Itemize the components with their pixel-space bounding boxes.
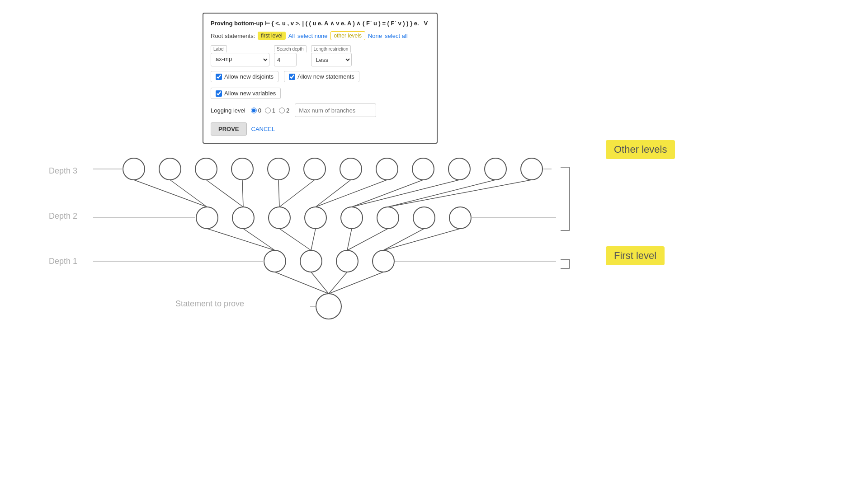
svg-line-21 [347,229,352,250]
search-depth-input[interactable] [274,53,297,66]
length-restriction-label: Length restriction [311,45,351,52]
label-field: Label ax-mp [211,45,269,66]
svg-point-29 [268,158,289,180]
bottom-row: Logging level 0 1 2 [211,103,429,117]
allow-new-variables-checkbox[interactable]: Allow new variables [211,88,281,99]
svg-line-22 [347,229,388,250]
svg-line-44 [316,180,387,207]
svg-line-17 [207,229,275,250]
svg-point-1 [264,250,286,272]
svg-point-30 [304,158,326,180]
svg-point-10 [232,207,254,229]
svg-point-36 [521,158,542,180]
svg-point-26 [159,158,181,180]
svg-point-2 [300,250,322,272]
svg-point-4 [373,250,394,272]
search-depth-label: Search depth [274,45,307,52]
svg-point-32 [376,158,398,180]
depth3-label: Depth 3 [49,166,77,176]
other-levels-annotation: Other levels [606,140,675,159]
allow-new-statements-checkbox[interactable]: Allow new statements [284,71,359,82]
svg-line-5 [275,272,329,294]
svg-point-33 [412,158,434,180]
logging-level-label: Logging level [211,107,245,114]
all-link[interactable]: All [288,33,295,39]
svg-point-13 [341,207,363,229]
checkboxes-row: Allow new disjoints Allow new statements… [211,71,429,99]
first-level-badge[interactable]: first level [258,32,285,40]
svg-point-0 [316,294,341,319]
svg-line-24 [383,229,460,250]
select-all-link[interactable]: select all [385,33,408,39]
svg-point-27 [195,158,217,180]
allow-new-statements-label: Allow new statements [297,73,354,80]
dialog-title: Proving bottom-up ⊢ { <. u , v >. | ( ( … [211,20,429,27]
first-level-annotation: First level [606,246,665,265]
search-depth-field: Search depth [274,45,307,66]
svg-point-35 [485,158,506,180]
label-field-label: Label [211,45,227,52]
buttons-row: PROVE CANCEL [211,122,429,136]
logging-0[interactable]: 0 [251,107,261,114]
label-select[interactable]: ax-mp [211,53,269,66]
svg-point-28 [231,158,253,180]
svg-line-42 [279,180,315,207]
allow-new-variables-input[interactable] [216,90,222,97]
svg-point-12 [305,207,326,229]
root-statements-row: Root statements: first level All select … [211,31,429,40]
svg-line-46 [352,180,459,207]
svg-line-48 [388,180,532,207]
svg-line-23 [383,229,424,250]
length-restriction-select[interactable]: Less Greater Equal None [311,53,352,66]
svg-line-39 [206,180,243,207]
depth2-label: Depth 2 [49,211,77,221]
none-link[interactable]: None [368,33,382,39]
allow-new-variables-label: Allow new variables [224,90,276,97]
svg-point-11 [269,207,290,229]
prove-button[interactable]: PROVE [211,122,247,136]
statement-label: Statement to prove [175,299,244,309]
logging-1[interactable]: 1 [265,107,275,114]
other-levels-badge[interactable]: other levels [330,31,365,40]
svg-line-40 [242,180,243,207]
select-none-link[interactable]: select none [297,33,328,39]
svg-line-47 [388,180,495,207]
svg-point-34 [448,158,470,180]
svg-line-43 [316,180,351,207]
svg-point-9 [196,207,218,229]
svg-point-16 [449,207,471,229]
svg-point-3 [336,250,358,272]
depth1-label: Depth 1 [49,257,77,266]
svg-line-38 [170,180,207,207]
max-branches-input[interactable] [295,103,376,117]
cancel-button[interactable]: CANCEL [251,123,275,135]
svg-line-41 [278,180,279,207]
allow-new-disjoints-label: Allow new disjoints [224,73,274,80]
svg-line-7 [329,272,347,294]
form-row: Label ax-mp Search depth Length restrict… [211,45,429,66]
allow-new-disjoints-checkbox[interactable]: Allow new disjoints [211,71,278,82]
svg-point-31 [340,158,362,180]
svg-point-14 [377,207,399,229]
proving-dialog: Proving bottom-up ⊢ { <. u , v >. | ( ( … [203,13,438,144]
svg-line-37 [134,180,207,207]
svg-line-18 [243,229,275,250]
svg-line-6 [311,272,329,294]
svg-line-45 [352,180,423,207]
svg-line-20 [311,229,316,250]
allow-new-statements-input[interactable] [289,74,295,80]
logging-2[interactable]: 2 [279,107,289,114]
root-statements-label: Root statements: [211,33,255,39]
svg-point-25 [123,158,145,180]
length-restriction-field: Length restriction Less Greater Equal No… [311,45,352,66]
svg-line-8 [329,272,383,294]
radio-group: 0 1 2 [251,107,290,114]
svg-line-19 [279,229,311,250]
svg-point-15 [413,207,435,229]
allow-new-disjoints-input[interactable] [216,74,222,80]
